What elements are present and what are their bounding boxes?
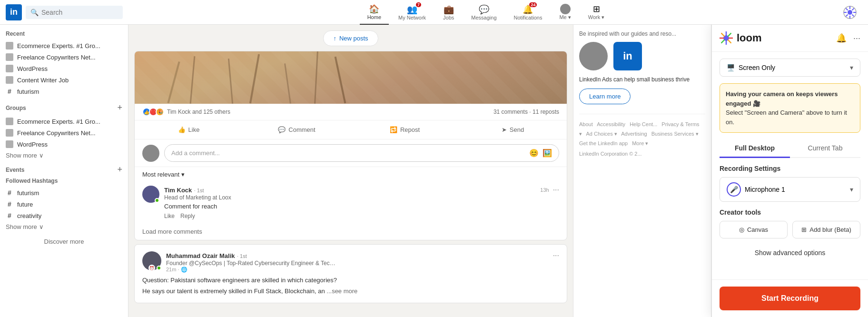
blur-tool-button[interactable]: ⊞ Add blur (Beta) [792,221,860,238]
image-icon[interactable]: 🖼️ [542,149,552,158]
start-recording-button[interactable]: Start Recording [720,287,860,310]
svg-line-7 [852,14,854,16]
show-more-hashtags[interactable]: Show more ∨ [6,223,122,230]
search-input[interactable] [41,9,118,16]
comment-item: Tim Kock · 1st 13h ··· Head of Marketing… [135,182,567,223]
group-item-freelance[interactable]: Freelance Copywriters Net... [6,127,122,139]
post2-question: Question: Pakistani software engineers a… [142,277,559,284]
group-item-ecommerce[interactable]: Ecommerce Experts. #1 Gro... [6,116,122,127]
learn-more-button[interactable]: Learn more [579,89,631,104]
copyright: LinkedIn Corporation © 2... [579,151,705,157]
svg-line-16 [728,40,731,43]
svg-line-9 [846,14,848,16]
tab-current-tab[interactable]: Current Tab [790,139,860,158]
events-section: Events + [6,165,122,175]
post2-body: He says our talent is extremely skilled … [142,287,559,296]
repost-button[interactable]: 🔁Repost [351,121,459,138]
nav-item-messaging[interactable]: 💬 Messaging [464,0,504,25]
screen-mode-select[interactable]: 🖥️ Screen Only ▾ [720,59,860,77]
comment-reply[interactable]: Reply [180,213,195,219]
most-relevant-filter[interactable]: Most relevant ▾ [135,167,567,182]
nav-item-me[interactable]: Me ▾ [552,0,578,25]
sidebar-item-content[interactable]: Content Writer Job [6,74,122,86]
comment-like[interactable]: Like [164,213,175,219]
more-options-icon[interactable]: ··· [553,186,559,194]
loom-nav-icon[interactable] [843,6,857,19]
show-advanced-options[interactable]: Show advanced options [720,245,860,260]
camera-warning-banner: Having your camera on keeps viewers enga… [720,83,860,133]
group-item-wordpress[interactable]: WordPress [6,139,122,150]
chevron-icon: ▾ [181,171,185,178]
footer-links: About Accessibility Help Cent... Privacy… [579,120,705,148]
sidebar-item-wordpress[interactable]: WordPress [6,63,122,74]
loom-footer: Start Recording [712,279,868,317]
hashtags-label: Followed Hashtags [6,178,122,184]
groups-section: Groups + Ecommerce Experts. #1 Gro... Fr… [6,103,122,159]
see-more-link[interactable]: ...see more [326,287,357,295]
add-event-button[interactable]: + [117,165,122,175]
recent-section: Recent Ecommerce Experts. #1 Gro... Free… [6,30,122,97]
post-card-2: ⏰ Muhammad Ozair Malik · 1st ··· Founder… [134,244,567,303]
linkedin-ad-panel: Be inspired with our guides and reso... … [573,25,711,317]
comment-action-row: Like Reply [164,213,559,219]
grid-icon: ⊞ [801,226,807,233]
commenter-avatar [142,186,159,203]
nav-item-home[interactable]: 🏠 Home [360,0,389,25]
ad-avatar [579,42,608,70]
post2-time: 21m · 🌐 [166,267,559,273]
recording-settings-label: Recording Settings [720,165,860,172]
linkedin-logo[interactable]: in [6,4,22,20]
hashtag-futurism[interactable]: # futurism [6,187,122,198]
canvas-tool-button[interactable]: ◎ Canvas [720,221,788,238]
sidebar-item-futurism[interactable]: # futurism [6,86,122,97]
loom-panel: loom 🔔 ··· 🖥️ Screen Only ▾ Having your … [711,25,868,317]
canvas-icon: ◎ [739,226,744,233]
hashtag-future[interactable]: # future [6,198,122,210]
tab-full-desktop[interactable]: Full Desktop [720,139,790,158]
send-button[interactable]: ➤Send [459,121,567,138]
post2-author-name: Muhammad Ozair Malik [166,252,235,259]
add-group-button[interactable]: + [117,103,122,113]
tab-switcher: Full Desktop Current Tab [720,139,860,158]
post2-author-title: Founder @CySecOps | Top-Rated Cybersecur… [166,260,337,267]
chevron-down-icon: ▾ [850,64,853,71]
microphone-select[interactable]: 🎤 Microphone 1 ▾ [720,177,860,202]
nav-item-jobs[interactable]: 💼 Jobs [435,0,462,25]
search-box[interactable]: 🔍 [26,6,123,19]
hashtag-creativity[interactable]: # creativity [6,210,122,221]
nav-item-network[interactable]: 👥7 My Network [391,0,434,25]
new-posts-banner[interactable]: ↑ New posts [323,30,378,46]
show-more-groups[interactable]: Show more ∨ [6,152,122,159]
commenter-name: Tim Kock [164,187,192,194]
like-button[interactable]: 👍Like [135,121,243,138]
commenter-title: Head of Marketing at Loox [164,194,559,201]
search-icon: 🔍 [30,9,39,16]
post-meta: 👍 ❤️ 🎉 Tim Kock and 125 others 31 commen… [135,104,567,120]
commenter-badge: · 1st [194,188,204,193]
svg-line-8 [852,8,854,10]
post2-more-options[interactable]: ··· [553,251,559,260]
comment-input-field[interactable]: Add a comment... 😊 🖼️ [164,144,559,162]
post-header-image [135,51,567,104]
user-avatar [142,145,159,162]
comment-button[interactable]: 💬Comment [243,121,351,138]
emoji-icon[interactable]: 😊 [529,149,539,158]
monitor-icon: 🖥️ [727,64,735,71]
post-card: 👍 ❤️ 🎉 Tim Kock and 125 others 31 commen… [134,51,567,240]
svg-line-6 [846,8,848,10]
loom-logo: loom [720,31,762,45]
sidebar-item-ecommerce[interactable]: Ecommerce Experts. #1 Gro... [6,40,122,51]
bell-icon[interactable]: 🔔 [836,33,847,43]
loom-body: 🖥️ Screen Only ▾ Having your camera on k… [712,52,868,279]
nav-item-notifications[interactable]: 🔔24 Notifications [506,0,550,25]
nav-item-work[interactable]: ⊞ Work ▾ [581,0,612,25]
warning-title: Having your camera on keeps viewers enga… [726,90,838,107]
svg-line-18 [721,40,724,43]
recent-label: Recent [6,30,122,37]
discover-more[interactable]: Discover more [6,238,122,245]
more-menu-icon[interactable]: ··· [853,33,860,43]
sidebar-item-freelance[interactable]: Freelance Copywriters Net... [6,51,122,63]
comment-text: Comment for reach [164,203,559,210]
warning-body: Select "Screen and Camera" above to turn… [726,109,847,126]
load-more-comments[interactable]: Load more comments [135,223,567,240]
